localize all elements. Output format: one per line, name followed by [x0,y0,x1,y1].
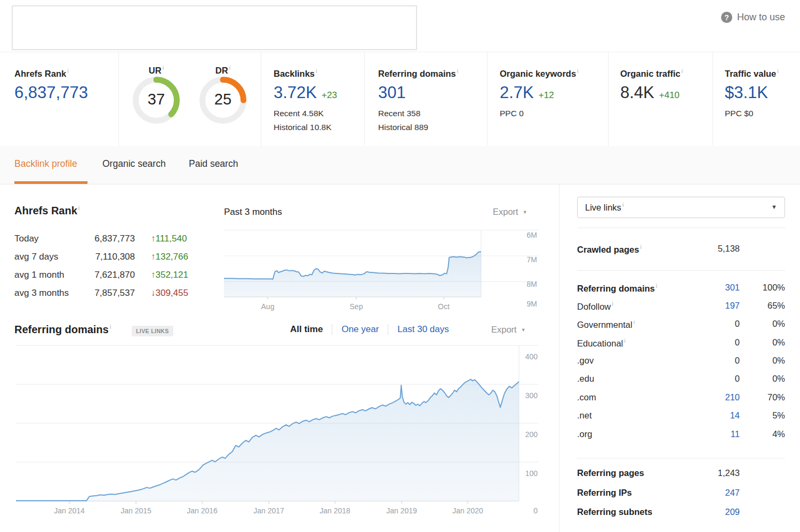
stat-organic-traffic: Organic traffici 8.4K+410 [608,52,713,146]
breakdown-row-label: .org [577,429,592,439]
arrow-up-icon: ↑ [151,270,156,280]
range-last-30-days[interactable]: Last 30 days [397,324,449,335]
breakdown-row-percent: 70% [742,392,785,402]
stat-referring-domains: Referring domainsi 301 Recent 358 Histor… [364,52,487,146]
stats-band: Ahrefs Ranki 6,837,773 URi 37 DRi 25 [0,52,800,147]
dr-label: DRi [199,65,246,76]
organic-keywords-value: 2.7K+12 [500,83,554,102]
tab-backlink-profile[interactable]: Backlink profile [14,158,77,170]
range-all-time[interactable]: All time [290,324,323,335]
arrow-up-icon: ↑ [151,252,156,262]
x-axis-label: Jan 2019 [386,506,417,515]
breakdown-row-value[interactable]: 301 [660,283,740,293]
y-axis-label: 6M [527,231,537,239]
info-icon[interactable]: i [612,301,613,307]
breakdown-row-label: .edu [577,374,594,384]
info-icon[interactable]: i [624,337,625,344]
traffic-value-value: $3.1K [725,83,768,102]
active-tab-underline [14,181,87,184]
x-axis-label: Oct [438,302,450,311]
range-one-year[interactable]: One year [341,324,379,335]
tab-bar: Backlink profile Organic search Paid sea… [0,146,800,184]
breakdown-row-value[interactable]: 14 [660,410,740,421]
date-range-selector: All time One year Last 30 days [290,324,449,335]
rank-row-label: Today [14,233,38,244]
ur-gauge: URi 37 [133,52,180,146]
target-input-box[interactable] [12,5,417,50]
ur-label: URi [133,65,180,76]
info-icon[interactable]: i [622,201,623,208]
stat-label: Backlinksi [274,68,317,79]
breakdown-row-value[interactable]: 197 [660,301,740,311]
stat-label: Referring domainsi [378,68,458,79]
totals-row-value[interactable]: 209 [660,507,740,517]
y-axis-label: 8M [527,280,537,288]
organic-traffic-delta: +410 [659,90,679,101]
referring-domains-chart[interactable]: 4003002001000Jan 2014Jan 2015Jan 2016Jan… [14,344,539,521]
info-icon[interactable]: i [67,68,68,74]
breakdown-row-label: Educationali [577,337,626,349]
breakdown-row-value[interactable]: 210 [660,392,740,402]
y-axis-label: 200 [525,430,538,439]
info-icon[interactable]: i [577,68,578,74]
breakdown-row-percent: 100% [742,283,785,293]
x-axis-label: Jan 2020 [452,506,483,515]
breakdown-row-value[interactable]: 11 [660,429,740,439]
domains-export-button[interactable]: Export▼ [491,325,526,335]
backlinks-value: 3.72K+23 [274,83,337,102]
info-icon[interactable]: i [682,68,683,74]
live-links-select[interactable]: Live linksi ▼ [577,197,785,218]
divider [559,184,559,532]
info-icon[interactable]: i [78,205,79,211]
info-icon[interactable]: i [640,244,641,250]
rank-export-button[interactable]: Export▼ [493,207,527,217]
info-icon[interactable]: i [777,68,778,74]
question-mark-glyph: ? [724,13,729,22]
totals-row-label: Referring pages [577,468,644,478]
rank-row-delta: ↑111,540 [151,233,187,244]
referring-domains-value: 301 [378,83,406,102]
rank-row-value: 7,110,308 [64,252,135,262]
x-axis-label: Jan 2015 [121,506,151,515]
chart-area-fill [16,380,519,502]
stat-traffic-value: Traffic valuei $3.1K PPC $0 [713,52,800,146]
rank-row-value: 6,837,773 [64,233,135,244]
info-icon[interactable]: i [229,65,230,71]
info-icon[interactable]: i [163,65,164,71]
totals-row-value[interactable]: 247 [660,488,740,498]
backlinks-delta: +23 [322,90,337,101]
stat-label: Ahrefs Ranki [14,68,69,79]
how-to-use-link[interactable]: ? How to use [721,12,785,23]
x-axis-label: Jan 2017 [253,506,284,515]
y-axis-label: 7M [527,255,537,264]
x-axis-label: Jan 2018 [319,506,350,515]
stat-ur-dr: URi 37 DRi 25 [118,52,261,146]
x-axis-label: Jan 2016 [187,506,218,515]
totals-row-label: Referring IPs [577,488,632,498]
live-links-select-label: Live linksi [585,201,623,213]
rank-row-delta: ↑132,766 [151,252,188,262]
divider [332,324,332,335]
breakdown-row-percent: 0% [742,356,785,366]
breakdown-row-percent: 0% [742,319,785,329]
crawled-pages-value: 5,138 [660,244,740,254]
info-icon[interactable]: i [656,283,657,289]
info-icon[interactable]: i [316,68,317,74]
divider [577,270,785,271]
ahrefs-rank-chart[interactable]: 6M7M8M9MAugSepOct [224,226,539,311]
info-icon[interactable]: i [110,324,111,330]
tab-organic-search[interactable]: Organic search [102,158,166,170]
y-axis-label: 400 [525,352,538,361]
info-icon[interactable]: i [457,68,458,74]
referring-domains-section-title: Referring domainsi [14,324,111,336]
breakdown-row-label: Governmentali [577,319,635,330]
totals-row-value: 1,243 [660,468,740,478]
x-axis-label: Sep [350,302,363,311]
rank-row-label: avg 1 month [14,270,65,280]
ahrefs-rank-section-title: Ahrefs Ranki [14,205,79,217]
tab-paid-search[interactable]: Paid search [189,158,238,170]
arrow-down-icon: ↓ [151,288,156,298]
info-icon[interactable]: i [634,319,635,325]
top-bar: ? How to use [0,0,800,52]
traffic-value-ppc: PPC $0 [725,109,753,118]
